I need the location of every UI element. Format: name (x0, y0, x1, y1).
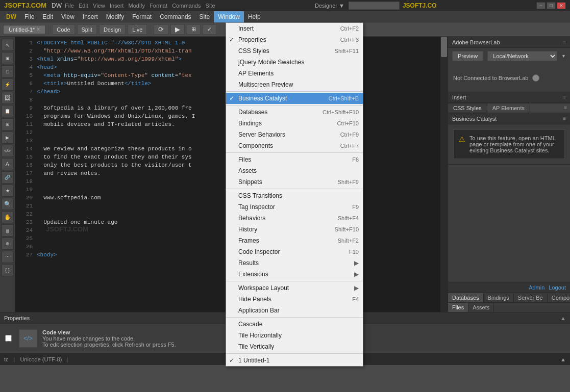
menu-row-insert[interactable]: Insert Ctrl+F2 (226, 23, 363, 34)
menu-row-tile-horizontally[interactable]: Tile Horizontally (226, 330, 363, 341)
server-behaviors-tab[interactable]: Server Be (514, 293, 548, 302)
code-tool[interactable]: </> (2, 145, 14, 157)
menu-site[interactable]: Site (195, 11, 214, 22)
databases-tab[interactable]: Databases (448, 293, 484, 302)
bc-header[interactable]: Business Catalyst ≡ (448, 113, 570, 124)
link-tool[interactable]: 🔗 (2, 171, 14, 184)
menu-commands[interactable]: Commands (156, 11, 195, 22)
menu-row-behaviors[interactable]: Behaviors Shift+F4 (226, 213, 363, 224)
menu-insert[interactable]: Insert (79, 11, 102, 22)
col-tool[interactable]: ||| (2, 224, 14, 237)
menu-row-databases[interactable]: Databases Ctrl+Shift+F10 (226, 107, 363, 118)
menu-row-application-bar[interactable]: Application Bar (226, 305, 363, 316)
close-btn[interactable]: ✕ (557, 2, 566, 9)
preview-btn[interactable]: ▶ (170, 24, 185, 35)
insert-header[interactable]: Insert ≡ (448, 92, 570, 103)
extra-tool[interactable]: ⋯ (2, 251, 14, 263)
image-tool[interactable]: 🖼 (2, 92, 14, 104)
menu-help[interactable]: Help (244, 11, 265, 22)
menu-row-workspace-layout[interactable]: Workspace Layout ▶ (226, 282, 363, 294)
dropdown-arrow[interactable]: ▼ (561, 54, 566, 59)
assets-tab[interactable]: Assets (468, 303, 494, 312)
menu-row-snippets[interactable]: Snippets Shift+F9 (226, 176, 363, 188)
menu-row-ap-elements[interactable]: AP Elements (226, 68, 363, 79)
spry-tool[interactable]: ⚡ (2, 79, 14, 91)
menu-view[interactable]: View (57, 11, 79, 22)
menu-row-components[interactable]: Components Ctrl+F7 (226, 140, 363, 151)
menu-row-files[interactable]: Files F8 (226, 154, 363, 165)
status-indicator (532, 74, 539, 82)
network-select[interactable]: Local/Network (487, 51, 557, 61)
files-tab[interactable]: Files (448, 303, 468, 312)
menu-row-properties[interactable]: ✓ Properties Ctrl+F3 (226, 34, 363, 45)
menu-row-jquery[interactable]: jQuery Mobile Swatches (226, 57, 363, 68)
multi-btn[interactable]: ⊞ (187, 24, 201, 35)
props-checkbox[interactable] (5, 335, 12, 342)
select-tool[interactable]: ↖ (2, 39, 14, 51)
menu-row-bindings[interactable]: Bindings Ctrl+F10 (226, 118, 363, 129)
window-menu[interactable]: Insert Ctrl+F2 ✓ Properties Ctrl+F3 CSS … (226, 22, 363, 367)
zoom-tool[interactable]: 🔍 (2, 198, 14, 210)
menu-row-business-catalyst[interactable]: ✓ Business Catalyst Ctrl+Shift+B (226, 93, 363, 104)
menu-row-results[interactable]: Results ▶ (226, 257, 363, 269)
minimize-btn[interactable]: ─ (536, 2, 546, 9)
components-tab[interactable]: Compone (548, 293, 570, 302)
bc-expand[interactable]: ≡ (563, 116, 566, 121)
menu-window[interactable]: Window (214, 11, 244, 22)
form-tool[interactable]: 📋 (2, 105, 14, 117)
menu-row-1-untitled[interactable]: ✓ 1 Untitled-1 (226, 355, 363, 366)
expand-tool[interactable]: ⊕ (2, 238, 14, 250)
design-btn[interactable]: Design (99, 24, 126, 35)
menu-label-components: Components (238, 142, 273, 149)
insert-div-tool[interactable]: ▣ (2, 52, 14, 64)
menu-row-tile-vertically[interactable]: Tile Vertically (226, 341, 363, 352)
browser-lab-expand[interactable]: ≡ (563, 39, 566, 45)
menu-row-css-styles[interactable]: CSS Styles Shift+F11 (226, 45, 363, 57)
media-tool[interactable]: ▶ (2, 132, 14, 144)
css-styles-tab[interactable]: CSS Styles (448, 103, 487, 113)
menu-dw[interactable]: DW (2, 11, 20, 22)
menu-row-code-inspector[interactable]: Code Inspector F10 (226, 246, 363, 257)
table-tool[interactable]: ⊞ (2, 118, 14, 130)
insert-expand[interactable]: ≡ (563, 94, 566, 100)
text-tool[interactable]: A (2, 158, 14, 170)
tab-close-btn[interactable]: × (37, 27, 40, 32)
tab-menu-btn[interactable]: ≡ (561, 103, 570, 113)
scrollbar-thumb[interactable] (441, 37, 447, 57)
ap-elements-tab[interactable]: AP Elements (487, 103, 530, 113)
menu-row-server-behaviors[interactable]: Server Behaviors Ctrl+F9 (226, 129, 363, 140)
menu-label-snippets: Snippets (238, 178, 262, 186)
hand-tool[interactable]: ✋ (2, 211, 14, 223)
live-btn[interactable]: Live (128, 24, 147, 35)
bindings-tab[interactable]: Bindings (484, 293, 514, 302)
search-input[interactable] (349, 2, 400, 10)
split-btn[interactable]: Split (77, 24, 97, 35)
menu-row-assets[interactable]: Assets (226, 165, 363, 176)
menu-row-cascade[interactable]: Cascade (226, 319, 363, 330)
menu-row-multiscreen[interactable]: Multiscreen Preview (226, 79, 363, 90)
admin-link[interactable]: Admin (529, 284, 544, 291)
menu-format[interactable]: Format (128, 11, 156, 22)
menu-row-hide-panels[interactable]: Hide Panels F4 (226, 294, 363, 305)
menu-row-tag-inspector[interactable]: Tag Inspector F9 (226, 201, 363, 213)
document-tab[interactable]: Untitled-1* × (3, 25, 45, 34)
validate-btn[interactable]: ✓ (203, 24, 216, 35)
draw-ap-tool[interactable]: ◻ (2, 65, 14, 77)
preview-button[interactable]: Preview (452, 51, 483, 61)
props-expand[interactable]: ▲ (560, 315, 566, 321)
menu-row-history[interactable]: History Shift+F10 (226, 224, 363, 235)
menu-file[interactable]: File (20, 11, 38, 22)
code-btn[interactable]: Code (52, 24, 75, 35)
menu-row-css-transitions[interactable]: CSS Transitions (226, 190, 363, 201)
status-expand[interactable]: ▲ (560, 356, 566, 362)
maximize-btn[interactable]: □ (547, 2, 556, 9)
snippets-tool[interactable]: { } (2, 264, 14, 276)
menu-row-extensions[interactable]: Extensions ▶ (226, 269, 363, 280)
logout-link[interactable]: Logout (549, 284, 566, 291)
menu-row-frames[interactable]: Frames Shift+F2 (226, 235, 363, 246)
favorites-tool[interactable]: ★ (2, 185, 14, 197)
vertical-scrollbar[interactable] (440, 37, 448, 312)
refresh-btn[interactable]: ⟳ (154, 24, 168, 35)
menu-edit[interactable]: Edit (38, 11, 57, 22)
menu-modify[interactable]: Modify (102, 11, 128, 22)
